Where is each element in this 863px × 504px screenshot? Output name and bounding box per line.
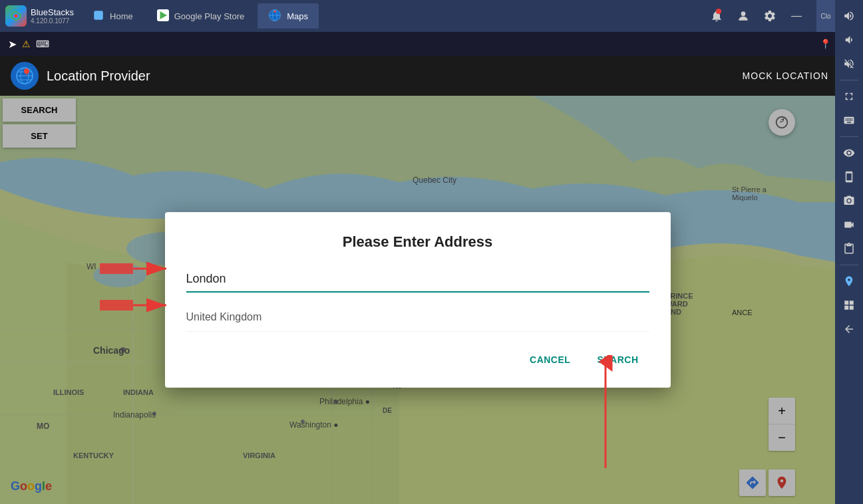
sidebar-eye-icon[interactable]: [838, 142, 860, 164]
address-input[interactable]: [186, 269, 649, 293]
dialog-overlay: Please Enter Address United Kingdom CANC…: [0, 96, 835, 504]
sidebar-keyboard-icon[interactable]: [838, 110, 860, 131]
minimize-button[interactable]: —: [788, 8, 804, 24]
arrow-to-search-button: [586, 355, 625, 475]
bluestacks-info: BlueStacks 4.120.0.1077: [31, 7, 74, 25]
tab-google-play[interactable]: Google Play Store: [146, 3, 256, 29]
sidebar-volume-down-icon[interactable]: [838, 29, 860, 51]
dialog-actions: CANCEL SEARCH: [186, 348, 649, 372]
sidebar-camera-icon[interactable]: [838, 190, 860, 211]
sidebar-divider-3: [840, 265, 858, 265]
sidebar-back-icon[interactable]: [838, 318, 860, 340]
sidebar-clipboard-icon[interactable]: [838, 238, 860, 259]
close-panel-tab[interactable]: Clo: [816, 0, 835, 32]
navigation-icon: ➤: [8, 38, 17, 51]
sidebar-divider-2: [840, 136, 858, 137]
location-pin-icon: 📍: [820, 39, 831, 49]
notification-icon[interactable]: [709, 8, 725, 24]
cancel-button[interactable]: CANCEL: [519, 348, 581, 372]
arrow-to-suggestion: [100, 292, 180, 318]
sidebar-video-icon[interactable]: [838, 214, 860, 235]
tab-maps-label: Maps: [287, 11, 308, 21]
profile-icon[interactable]: [735, 8, 751, 24]
location-provider-title: Location Provider: [47, 68, 150, 84]
tab-home[interactable]: Home: [82, 3, 144, 29]
svg-rect-33: [100, 263, 133, 274]
app-version: 4.120.0.1077: [31, 17, 74, 25]
maps-icon: [268, 9, 281, 24]
statusbar-left: ➤ ⚠ ⌨: [8, 38, 49, 51]
statusbar: ➤ ⚠ ⌨ 📍 3:33: [0, 32, 863, 56]
tab-maps[interactable]: Maps: [258, 3, 319, 29]
globe-icon: [11, 62, 39, 90]
app-name: BlueStacks: [31, 7, 74, 18]
sidebar-fullscreen-icon[interactable]: [838, 86, 860, 107]
address-suggestion[interactable]: United Kingdom: [186, 303, 649, 332]
sidebar-volume-up-icon[interactable]: [838, 5, 860, 27]
warning-icon: ⚠: [22, 39, 31, 49]
settings-icon[interactable]: [762, 8, 778, 24]
sidebar-phone-icon[interactable]: [838, 166, 860, 188]
svg-rect-36: [100, 300, 133, 311]
sidebar-location-icon[interactable]: [838, 271, 860, 292]
close-panel-label: Clo: [820, 13, 830, 20]
bluestacks-icon: [5, 5, 27, 27]
tab-google-play-label: Google Play Store: [174, 11, 245, 21]
svg-point-40: [848, 199, 851, 203]
titlebar: BlueStacks 4.120.0.1077 Home Google Play…: [0, 0, 863, 32]
play-icon: [157, 9, 169, 23]
svg-rect-3: [94, 11, 103, 20]
tab-home-label: Home: [110, 11, 133, 21]
keyboard-icon: ⌨: [36, 39, 49, 49]
svg-point-9: [274, 10, 276, 12]
right-sidebar: [835, 0, 863, 504]
location-provider-bar: Location Provider MOCK LOCATION: [0, 56, 863, 96]
dialog-title: Please Enter Address: [186, 233, 649, 251]
arrow-to-input: [100, 255, 180, 282]
sidebar-grid-icon[interactable]: [838, 295, 860, 316]
home-icon: [92, 9, 104, 23]
bluestacks-logo: BlueStacks 4.120.0.1077: [5, 5, 74, 27]
svg-point-10: [741, 11, 746, 16]
sidebar-volume-mute-icon[interactable]: [838, 53, 860, 74]
sidebar-divider-1: [840, 80, 858, 80]
